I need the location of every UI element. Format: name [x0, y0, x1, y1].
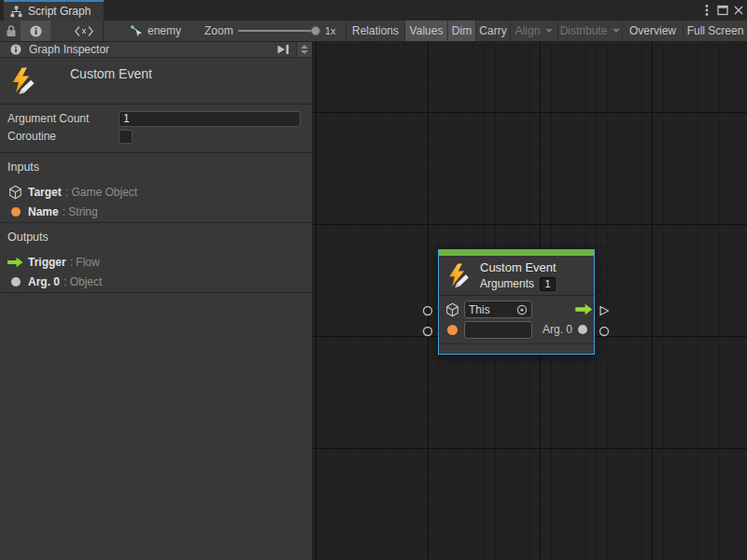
node-title: Custom Event	[480, 260, 557, 274]
outputs-section: Outputs Trigger : Flow Arg. 0 : Object	[0, 223, 312, 293]
dropdown-arrow-icon	[545, 29, 553, 33]
zoom-slider[interactable]	[238, 21, 318, 41]
flow-arrow-icon	[575, 303, 593, 315]
port-row-target: Target : Game Object	[7, 182, 304, 202]
input-port-flow[interactable]	[422, 305, 433, 316]
argument-count-label: Argument Count	[7, 112, 119, 125]
dock-panel-icon[interactable]	[276, 44, 290, 55]
custom-event-icon	[446, 263, 472, 288]
inspector-toggle-button[interactable]	[21, 21, 50, 41]
inspector-empty-area	[0, 293, 312, 560]
graph-asset-icon	[130, 24, 143, 37]
inputs-section: Inputs Target : Game Object Name : Strin…	[0, 153, 312, 223]
node-arg0-label: Arg. 0	[543, 323, 572, 336]
node-footer	[439, 343, 594, 354]
object-picker-icon[interactable]	[516, 304, 528, 315]
inputs-heading: Inputs	[7, 161, 304, 174]
unit-title-block: Custom Event	[0, 58, 312, 105]
tab-script-graph[interactable]: Script Graph	[4, 0, 104, 21]
flow-arrow-icon	[7, 257, 23, 268]
script-graph-icon	[10, 6, 22, 18]
zoom-slider-handle[interactable]	[311, 26, 320, 35]
toolbar: enemy Zoom 1x Relations Values Dim Carry…	[0, 21, 747, 42]
toolbar-button-align[interactable]: Align	[510, 21, 557, 41]
port-row-name: Name : String	[7, 202, 304, 221]
unit-fields: Argument Count 1 Coroutine	[0, 105, 312, 153]
toolbar-button-values[interactable]: Values	[404, 21, 447, 41]
info-icon	[30, 25, 42, 37]
scroll-up-icon[interactable]	[301, 45, 308, 49]
name-input[interactable]	[464, 321, 532, 339]
zoom-value: 1x	[325, 25, 336, 36]
graph-inspector-title: Graph Inspector	[29, 43, 109, 56]
custom-event-icon	[9, 67, 37, 95]
toolbar-button-fullscreen[interactable]: Full Screen	[683, 21, 747, 41]
zoom-slider-track[interactable]	[238, 30, 318, 32]
port-row-arg0: Arg. 0 : Object	[7, 272, 304, 291]
unit-title: Custom Event	[70, 66, 152, 81]
input-port-value[interactable]	[422, 326, 433, 337]
node-body: This	[439, 296, 594, 343]
coroutine-checkbox[interactable]	[119, 130, 133, 144]
toolbar-button-carry[interactable]: Carry	[475, 21, 510, 41]
graph-breadcrumb[interactable]: enemy	[130, 21, 181, 41]
code-icon	[75, 26, 93, 36]
game-object-cube-icon	[444, 302, 460, 317]
argument-count-field[interactable]: 1	[119, 111, 301, 127]
toolbar-separator	[103, 21, 104, 41]
game-object-cube-icon	[7, 185, 23, 200]
graph-canvas[interactable]: Custom Event Arguments 1 This	[313, 42, 747, 560]
info-icon	[10, 44, 21, 55]
toolbar-button-dim[interactable]: Dim	[447, 21, 475, 41]
code-view-button[interactable]	[70, 21, 98, 41]
node-header[interactable]: Custom Event Arguments 1	[439, 256, 594, 296]
lock-icon[interactable]	[6, 21, 17, 41]
dropdown-arrow-icon	[613, 29, 620, 33]
custom-event-node[interactable]: Custom Event Arguments 1 This	[438, 249, 595, 355]
zoom-label: Zoom	[204, 24, 233, 37]
object-gray-dot-icon	[578, 325, 587, 334]
panel-scroll-arrows[interactable]	[296, 42, 312, 57]
scroll-down-icon[interactable]	[301, 50, 308, 54]
node-arguments-label: Arguments	[480, 277, 534, 290]
graph-name: enemy	[148, 24, 181, 37]
outputs-heading: Outputs	[7, 231, 304, 244]
toolbar-button-overview[interactable]: Overview	[622, 21, 683, 41]
close-icon[interactable]	[733, 5, 744, 16]
port-row-trigger: Trigger : Flow	[7, 252, 304, 272]
menu-dots-icon[interactable]	[705, 4, 709, 17]
output-port-arg0[interactable]	[599, 326, 610, 337]
string-orange-dot-icon	[444, 325, 460, 335]
object-gray-dot-icon	[7, 277, 23, 287]
node-arguments-value[interactable]: 1	[540, 277, 556, 291]
coroutine-label: Coroutine	[7, 130, 119, 143]
titlebar: Script Graph	[0, 0, 747, 21]
tab-title: Script Graph	[28, 5, 91, 18]
maximize-icon[interactable]	[717, 5, 728, 16]
toolbar-button-distribute[interactable]: Distribute	[557, 21, 622, 41]
output-port-trigger[interactable]	[599, 305, 610, 316]
toolbar-button-relations[interactable]: Relations	[345, 21, 404, 41]
graph-inspector-header: Graph Inspector	[0, 42, 312, 58]
graph-inspector-panel: Graph Inspector Custom Event	[0, 42, 313, 560]
target-dropdown[interactable]: This	[464, 301, 532, 318]
string-orange-dot-icon	[7, 207, 23, 217]
